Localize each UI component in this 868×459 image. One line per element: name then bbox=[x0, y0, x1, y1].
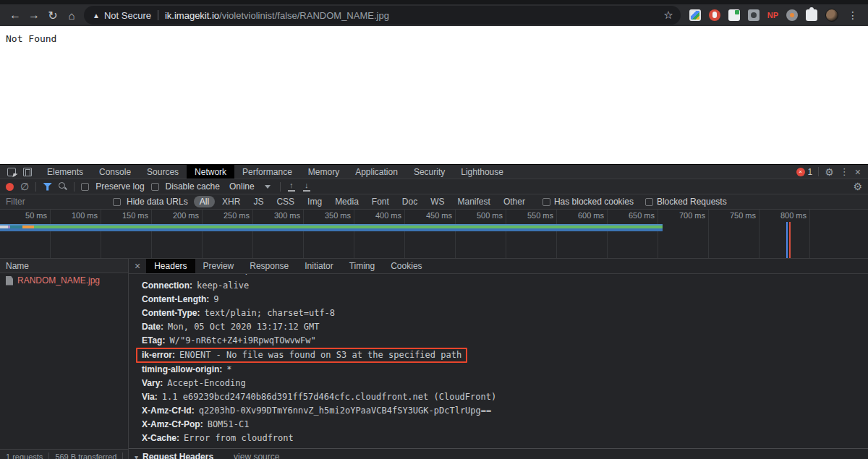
devtools-tab[interactable]: Sources bbox=[139, 165, 187, 179]
resource-type-filter[interactable]: All bbox=[194, 196, 215, 207]
omnibox-divider bbox=[158, 10, 158, 20]
error-badge[interactable]: 1 bbox=[796, 167, 813, 177]
resource-type-filter[interactable]: XHR bbox=[216, 196, 246, 207]
not-secure-label[interactable]: Not Secure bbox=[104, 10, 151, 21]
extensions-puzzle-icon[interactable] bbox=[806, 9, 817, 21]
device-toolbar-icon[interactable] bbox=[23, 168, 32, 176]
record-button[interactable] bbox=[6, 183, 14, 191]
address-bar[interactable]: Not Secure ik.imagekit.io/violetviolinis… bbox=[84, 6, 681, 25]
header-name: ETag bbox=[142, 335, 165, 346]
header-value: Mon, 05 Oct 2020 13:17:12 GMT bbox=[168, 322, 320, 332]
gear-extension-icon[interactable] bbox=[786, 9, 798, 21]
url-text[interactable]: ik.imagekit.io/violetviolinist/false/RAN… bbox=[165, 10, 658, 21]
clear-icon[interactable] bbox=[20, 181, 29, 192]
clipped-header-line: Cache-Control: no-cache,no-store bbox=[129, 274, 868, 279]
resource-type-filter[interactable]: Img bbox=[302, 196, 328, 207]
details-close-icon[interactable] bbox=[129, 259, 146, 273]
headers-content[interactable]: Cache-Control: no-cache,no-store Connect… bbox=[129, 274, 868, 459]
home-icon[interactable] bbox=[62, 6, 81, 25]
url-path: /violetviolinist/false/RANDOM_NAME.jpg bbox=[219, 10, 389, 21]
filter-funnel-icon[interactable] bbox=[43, 183, 52, 191]
details-tab[interactable]: Headers bbox=[146, 259, 195, 273]
overview-waterfall-bar bbox=[0, 224, 663, 231]
header-value: 1.1 e69239bcd24740b86d391ff57d464cfc.clo… bbox=[162, 392, 496, 402]
disable-cache-label[interactable]: Disable cache bbox=[166, 181, 220, 192]
blocked-requests-checkbox[interactable] bbox=[645, 198, 653, 206]
divider bbox=[48, 452, 49, 459]
header-value: * bbox=[226, 364, 231, 374]
hide-data-urls-checkbox[interactable] bbox=[113, 198, 121, 206]
network-overview[interactable]: 50 ms100 ms150 ms200 ms250 ms300 ms350 m… bbox=[0, 210, 868, 259]
forward-icon[interactable] bbox=[25, 6, 43, 25]
resource-type-filter[interactable]: Other bbox=[498, 196, 531, 207]
error-badge-count: 1 bbox=[808, 167, 813, 177]
export-har-icon[interactable] bbox=[302, 181, 311, 192]
details-tab[interactable]: Preview bbox=[195, 259, 242, 273]
devtools-tab[interactable]: Console bbox=[91, 165, 139, 179]
resource-type-filter[interactable]: Media bbox=[329, 196, 365, 207]
resource-type-filter[interactable]: CSS bbox=[271, 196, 300, 207]
hide-data-urls-label[interactable]: Hide data URLs bbox=[127, 197, 188, 207]
divider bbox=[74, 182, 75, 192]
header-value: BOM51-C1 bbox=[208, 419, 250, 429]
throttling-dropdown[interactable]: Online bbox=[226, 181, 273, 192]
blocked-requests-label[interactable]: Blocked Requests bbox=[657, 197, 727, 207]
camera-extension-icon[interactable] bbox=[748, 9, 760, 21]
details-tab[interactable]: Response bbox=[242, 259, 297, 273]
has-blocked-cookies-checkbox[interactable] bbox=[542, 198, 550, 206]
has-blocked-cookies-label[interactable]: Has blocked cookies bbox=[554, 197, 634, 207]
devtools-tab[interactable]: Memory bbox=[300, 165, 347, 179]
timeline-tick: 50 ms bbox=[0, 210, 51, 258]
header-name: Connection bbox=[142, 280, 192, 291]
response-header-row: ik-errorENOENT - No file was found on S3… bbox=[129, 348, 868, 363]
import-har-icon[interactable] bbox=[287, 181, 296, 192]
header-name: Date bbox=[142, 322, 163, 332]
photos-extension-icon[interactable] bbox=[689, 9, 701, 21]
resource-type-filter[interactable]: JS bbox=[247, 196, 269, 207]
devtools-tab[interactable]: Elements bbox=[39, 165, 91, 179]
header-name: X-Amz-Cf-Id bbox=[142, 406, 195, 416]
not-secure-warning-icon bbox=[93, 12, 100, 20]
resource-type-filter[interactable]: Doc bbox=[396, 196, 423, 207]
devtools-tab[interactable]: Application bbox=[347, 165, 406, 179]
request-row[interactable]: RANDOM_NAME.jpg bbox=[0, 273, 128, 288]
request-headers-label[interactable]: Request Headers bbox=[142, 452, 213, 459]
timeline-tick: 750 ms bbox=[709, 210, 760, 258]
reload-icon[interactable] bbox=[43, 6, 62, 25]
devtools-settings-icon[interactable] bbox=[825, 166, 834, 178]
response-header-row: timing-allow-origin* bbox=[129, 363, 868, 377]
bookmark-star-icon[interactable] bbox=[663, 9, 673, 22]
details-tab[interactable]: Initiator bbox=[297, 259, 341, 273]
browser-menu-icon[interactable] bbox=[846, 9, 859, 21]
notes-extension-icon[interactable] bbox=[728, 9, 740, 21]
np-extension-icon[interactable]: NP bbox=[767, 11, 778, 20]
resource-type-filter[interactable]: Manifest bbox=[452, 196, 496, 207]
search-icon[interactable] bbox=[59, 182, 67, 191]
filter-input[interactable] bbox=[6, 197, 107, 207]
network-settings-icon[interactable] bbox=[853, 181, 862, 192]
preserve-log-checkbox[interactable] bbox=[81, 183, 89, 191]
disclosure-triangle-icon[interactable] bbox=[135, 452, 138, 459]
details-tab[interactable]: Timing bbox=[341, 259, 383, 273]
network-status-bar: 1 requests 569 B transferred 9 B resourc… bbox=[0, 449, 128, 459]
red-extension-icon[interactable] bbox=[709, 9, 720, 21]
inspect-element-icon[interactable] bbox=[7, 168, 16, 176]
back-icon[interactable] bbox=[6, 6, 25, 25]
devtools-tab[interactable]: Performance bbox=[234, 165, 300, 179]
preserve-log-label[interactable]: Preserve log bbox=[95, 181, 144, 192]
devtools-close-icon[interactable] bbox=[855, 166, 861, 178]
profile-avatar[interactable] bbox=[825, 9, 838, 22]
devtools-tab[interactable]: Lighthouse bbox=[453, 165, 511, 179]
name-column-header[interactable]: Name bbox=[0, 259, 128, 273]
disable-cache-checkbox[interactable] bbox=[151, 183, 159, 191]
view-source-link[interactable]: view source bbox=[234, 452, 279, 459]
error-badge-icon bbox=[796, 168, 805, 176]
devtools-menu-icon[interactable] bbox=[840, 166, 849, 177]
header-value: Error from cloudfront bbox=[184, 433, 294, 443]
resource-type-filter[interactable]: WS bbox=[425, 196, 450, 207]
header-value: 9 bbox=[213, 294, 218, 304]
devtools-tab[interactable]: Security bbox=[406, 165, 453, 179]
resource-type-filter[interactable]: Font bbox=[366, 196, 395, 207]
devtools-tab[interactable]: Network bbox=[187, 165, 234, 179]
details-tab[interactable]: Cookies bbox=[383, 259, 430, 273]
